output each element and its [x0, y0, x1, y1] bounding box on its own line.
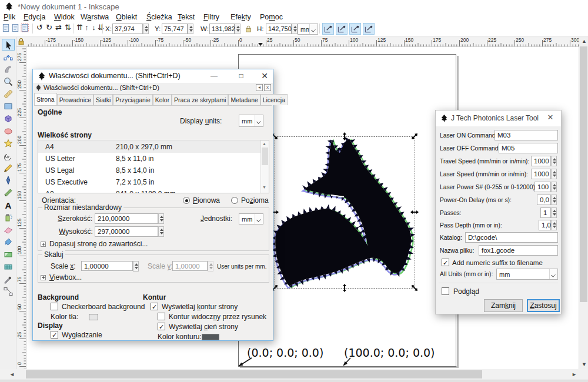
bg-color-swatch[interactable] [89, 314, 98, 320]
lock-ratio-icon[interactable] [244, 25, 253, 35]
viewbox-label[interactable]: Viewbox... [49, 273, 82, 282]
laser-spinner[interactable] [551, 207, 557, 218]
menu-obiekt[interactable]: Obiekt [116, 13, 137, 21]
tool-selector[interactable] [2, 39, 15, 51]
scroll-up-icon[interactable]: ▲ [582, 38, 587, 44]
landscape-radio[interactable] [231, 197, 238, 204]
tool-eraser[interactable] [2, 224, 15, 236]
laser-input[interactable]: fox1.gcode [479, 245, 558, 256]
units-select[interactable]: mm [239, 213, 263, 224]
tool-mesh-gradient[interactable] [2, 261, 15, 273]
tab-strona[interactable]: Strona [34, 93, 57, 105]
field-spinner-w[interactable] [235, 24, 240, 34]
tool-spiral[interactable] [2, 150, 15, 162]
dock-close-button[interactable]: x [264, 84, 271, 91]
field-spinner-h[interactable] [292, 24, 298, 34]
show-shadow-checkbox[interactable]: ✓ [158, 323, 165, 330]
tab-praca-ze-skryptami[interactable]: Praca ze skryptami [172, 94, 228, 105]
scale-x-input[interactable]: 1,00000 [81, 261, 133, 271]
laser-input[interactable]: 1 [540, 207, 551, 218]
viewbox-expander-icon[interactable] [41, 275, 46, 280]
scroll-right-icon[interactable]: ► [572, 371, 577, 377]
paper-scroll-down-icon[interactable]: ▼ [262, 185, 266, 189]
menu-efekty[interactable]: Efekty [230, 13, 251, 21]
tool-node-editor[interactable] [2, 51, 15, 63]
apply-button[interactable]: Zastosuj [527, 299, 560, 312]
paper-row-us-legal[interactable]: US Legal8,5 x 14,0 in [38, 165, 261, 176]
snap-page-icon[interactable] [363, 23, 375, 35]
tool-ellipse[interactable] [2, 125, 15, 137]
menu-warstwa[interactable]: Warstwa [81, 13, 109, 21]
width-input[interactable]: 210,00000 [95, 213, 158, 224]
vertical-scrollbar[interactable]: ▲ ▼ [579, 37, 588, 369]
laser-input[interactable]: 1000 [531, 169, 551, 179]
laser-input[interactable]: 100 [534, 182, 551, 192]
paper-row-a4[interactable]: A4210,0 x 297,0 mm [38, 141, 261, 153]
tool-text[interactable]: A [2, 199, 15, 211]
display-units-select[interactable]: mm [239, 115, 263, 127]
suffix-checkbox[interactable]: ✓ [442, 259, 449, 266]
laser-input[interactable]: M03 [495, 130, 558, 140]
menu-plik[interactable]: Plik [4, 13, 15, 21]
laser-input[interactable]: 1000 [531, 156, 551, 166]
paper-scroll-up-icon[interactable]: ▲ [262, 142, 266, 146]
tool-star[interactable] [2, 138, 15, 149]
field-input-w[interactable]: 131,982 [209, 24, 235, 34]
tool-pen[interactable] [2, 175, 15, 186]
document-properties-titlebar[interactable]: Właściwości dokumentu... (Shift+Ctrl+D) … [33, 69, 273, 83]
fit-page-label[interactable]: Dopasuj stronę do zawartości... [49, 240, 148, 248]
border-on-top-checkbox[interactable] [158, 313, 165, 320]
preview-checkbox[interactable] [442, 287, 449, 295]
tool-dropper[interactable] [2, 273, 15, 285]
menu-widok[interactable]: Widok [54, 13, 75, 21]
tool-gradient[interactable] [2, 249, 15, 260]
menu-cieka[interactable]: Ścieżka [146, 13, 172, 21]
paper-row-a0[interactable]: A0841,0 x 1189,0 mm [38, 188, 261, 193]
laser-input[interactable]: M05 [499, 143, 558, 153]
tool-calligraphy[interactable] [2, 187, 15, 199]
window-titlebar[interactable]: *Nowy dokument 1 - Inkscape [0, 0, 588, 13]
select-all-icon[interactable] [2, 24, 11, 33]
border-color-swatch[interactable] [202, 334, 219, 340]
laser-spinner[interactable] [551, 195, 557, 205]
laser-spinner[interactable] [551, 220, 557, 230]
menu-edycja[interactable]: Edycja [24, 13, 46, 21]
scroll-left-icon[interactable]: ◄ [9, 371, 15, 377]
horizontal-scrollbar[interactable]: ◄ ► [0, 369, 588, 380]
width-spinner[interactable] [158, 213, 164, 224]
tool-rectangle[interactable] [2, 100, 15, 112]
scale-x-spinner[interactable] [133, 261, 139, 272]
laser-input[interactable]: 0,0 [537, 195, 551, 205]
tab-metadane[interactable]: Metadane [228, 94, 260, 105]
tool-spray[interactable] [2, 212, 15, 223]
close-button[interactable]: ✕ [258, 71, 271, 81]
laser-spinner[interactable] [551, 156, 557, 166]
laser-spinner[interactable] [551, 182, 557, 192]
scroll-down-icon[interactable]: ▼ [582, 361, 587, 367]
vertical-ruler[interactable] [16, 46, 26, 369]
rotate-ccw-icon[interactable]: ↺ [35, 23, 44, 32]
tool-measure[interactable] [2, 88, 15, 100]
menu-tekst[interactable]: Tekst [178, 13, 195, 21]
field-spinner-y[interactable] [188, 24, 193, 34]
select-all-layers-icon[interactable] [11, 24, 20, 33]
scale-y-spinner[interactable] [208, 261, 213, 272]
laser-close-icon[interactable]: ✕ [545, 113, 556, 123]
checkerboard-checkbox[interactable] [51, 303, 58, 310]
horizontal-scrollbar-thumb[interactable] [26, 370, 482, 378]
tab-siatki[interactable]: Siatki [93, 94, 113, 105]
tool-paint-bucket[interactable] [2, 236, 15, 248]
tab-prowadnice[interactable]: Prowadnice [57, 94, 93, 105]
field-input-y[interactable]: 75,747 [162, 24, 188, 34]
height-input[interactable]: 297,00000 [95, 226, 158, 237]
portrait-radio[interactable] [183, 197, 190, 204]
maximize-button[interactable]: □ [235, 71, 248, 81]
show-border-checkbox[interactable]: ✓ [151, 303, 158, 310]
menu-pomoc[interactable]: Pomoc [260, 13, 283, 21]
tab-licencja[interactable]: Licencja [260, 94, 288, 105]
flip-v-icon[interactable]: ⇅ [64, 23, 72, 32]
field-spinner-x[interactable] [143, 24, 149, 34]
tool-zoom[interactable] [2, 76, 15, 88]
paper-scroll-thumb[interactable] [262, 148, 268, 165]
all-units-select[interactable]: mm [496, 269, 558, 280]
